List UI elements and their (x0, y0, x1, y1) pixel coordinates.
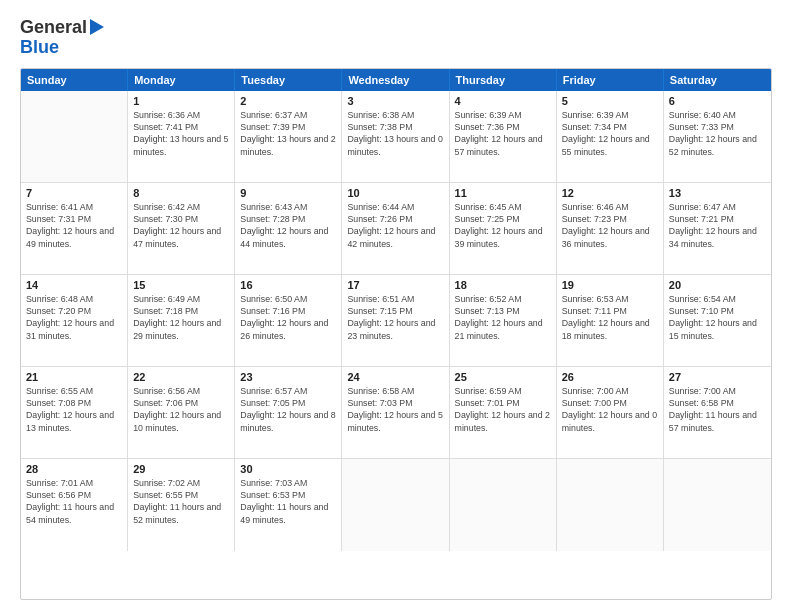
day-number: 27 (669, 371, 766, 383)
day-number: 11 (455, 187, 551, 199)
calendar-cell: 12Sunrise: 6:46 AMSunset: 7:23 PMDayligh… (557, 183, 664, 274)
day-info: Sunrise: 6:54 AMSunset: 7:10 PMDaylight:… (669, 293, 766, 342)
day-number: 17 (347, 279, 443, 291)
logo-general: General (20, 18, 87, 38)
day-info: Sunrise: 6:43 AMSunset: 7:28 PMDaylight:… (240, 201, 336, 250)
calendar-row-1: 1Sunrise: 6:36 AMSunset: 7:41 PMDaylight… (21, 91, 771, 183)
calendar-cell: 1Sunrise: 6:36 AMSunset: 7:41 PMDaylight… (128, 91, 235, 182)
day-number: 21 (26, 371, 122, 383)
day-info: Sunrise: 7:00 AMSunset: 7:00 PMDaylight:… (562, 385, 658, 434)
calendar-cell (557, 459, 664, 551)
day-info: Sunrise: 6:39 AMSunset: 7:36 PMDaylight:… (455, 109, 551, 158)
day-number: 20 (669, 279, 766, 291)
header-day-thursday: Thursday (450, 69, 557, 91)
calendar-row-3: 14Sunrise: 6:48 AMSunset: 7:20 PMDayligh… (21, 275, 771, 367)
calendar-cell (342, 459, 449, 551)
calendar-cell: 27Sunrise: 7:00 AMSunset: 6:58 PMDayligh… (664, 367, 771, 458)
calendar-cell (450, 459, 557, 551)
day-info: Sunrise: 7:03 AMSunset: 6:53 PMDaylight:… (240, 477, 336, 526)
day-number: 7 (26, 187, 122, 199)
day-info: Sunrise: 6:55 AMSunset: 7:08 PMDaylight:… (26, 385, 122, 434)
header-day-sunday: Sunday (21, 69, 128, 91)
day-info: Sunrise: 7:01 AMSunset: 6:56 PMDaylight:… (26, 477, 122, 526)
day-info: Sunrise: 6:58 AMSunset: 7:03 PMDaylight:… (347, 385, 443, 434)
day-number: 10 (347, 187, 443, 199)
day-number: 6 (669, 95, 766, 107)
calendar-cell: 26Sunrise: 7:00 AMSunset: 7:00 PMDayligh… (557, 367, 664, 458)
day-number: 8 (133, 187, 229, 199)
day-info: Sunrise: 6:38 AMSunset: 7:38 PMDaylight:… (347, 109, 443, 158)
calendar-cell: 22Sunrise: 6:56 AMSunset: 7:06 PMDayligh… (128, 367, 235, 458)
header-day-tuesday: Tuesday (235, 69, 342, 91)
day-number: 16 (240, 279, 336, 291)
day-number: 2 (240, 95, 336, 107)
day-number: 24 (347, 371, 443, 383)
calendar-cell: 30Sunrise: 7:03 AMSunset: 6:53 PMDayligh… (235, 459, 342, 551)
day-number: 15 (133, 279, 229, 291)
day-number: 29 (133, 463, 229, 475)
day-number: 18 (455, 279, 551, 291)
calendar-cell: 19Sunrise: 6:53 AMSunset: 7:11 PMDayligh… (557, 275, 664, 366)
calendar-cell: 25Sunrise: 6:59 AMSunset: 7:01 PMDayligh… (450, 367, 557, 458)
day-info: Sunrise: 6:56 AMSunset: 7:06 PMDaylight:… (133, 385, 229, 434)
day-info: Sunrise: 6:36 AMSunset: 7:41 PMDaylight:… (133, 109, 229, 158)
day-info: Sunrise: 6:37 AMSunset: 7:39 PMDaylight:… (240, 109, 336, 158)
day-info: Sunrise: 6:39 AMSunset: 7:34 PMDaylight:… (562, 109, 658, 158)
header-day-monday: Monday (128, 69, 235, 91)
day-number: 25 (455, 371, 551, 383)
day-info: Sunrise: 6:51 AMSunset: 7:15 PMDaylight:… (347, 293, 443, 342)
calendar-header: SundayMondayTuesdayWednesdayThursdayFrid… (21, 69, 771, 91)
day-info: Sunrise: 6:44 AMSunset: 7:26 PMDaylight:… (347, 201, 443, 250)
day-info: Sunrise: 7:00 AMSunset: 6:58 PMDaylight:… (669, 385, 766, 434)
day-info: Sunrise: 6:52 AMSunset: 7:13 PMDaylight:… (455, 293, 551, 342)
day-number: 5 (562, 95, 658, 107)
day-number: 13 (669, 187, 766, 199)
calendar-cell: 24Sunrise: 6:58 AMSunset: 7:03 PMDayligh… (342, 367, 449, 458)
calendar-cell: 9Sunrise: 6:43 AMSunset: 7:28 PMDaylight… (235, 183, 342, 274)
calendar-row-4: 21Sunrise: 6:55 AMSunset: 7:08 PMDayligh… (21, 367, 771, 459)
calendar-cell: 2Sunrise: 6:37 AMSunset: 7:39 PMDaylight… (235, 91, 342, 182)
calendar-cell: 7Sunrise: 6:41 AMSunset: 7:31 PMDaylight… (21, 183, 128, 274)
calendar-cell: 21Sunrise: 6:55 AMSunset: 7:08 PMDayligh… (21, 367, 128, 458)
day-info: Sunrise: 6:42 AMSunset: 7:30 PMDaylight:… (133, 201, 229, 250)
day-info: Sunrise: 6:48 AMSunset: 7:20 PMDaylight:… (26, 293, 122, 342)
calendar-cell: 4Sunrise: 6:39 AMSunset: 7:36 PMDaylight… (450, 91, 557, 182)
calendar-cell: 17Sunrise: 6:51 AMSunset: 7:15 PMDayligh… (342, 275, 449, 366)
day-number: 4 (455, 95, 551, 107)
calendar-cell: 18Sunrise: 6:52 AMSunset: 7:13 PMDayligh… (450, 275, 557, 366)
calendar: SundayMondayTuesdayWednesdayThursdayFrid… (20, 68, 772, 600)
day-number: 28 (26, 463, 122, 475)
day-number: 12 (562, 187, 658, 199)
logo: General Blue (20, 18, 104, 58)
calendar-page: General Blue SundayMondayTuesdayWednesda… (0, 0, 792, 612)
calendar-cell: 6Sunrise: 6:40 AMSunset: 7:33 PMDaylight… (664, 91, 771, 182)
calendar-cell: 23Sunrise: 6:57 AMSunset: 7:05 PMDayligh… (235, 367, 342, 458)
calendar-cell (21, 91, 128, 182)
calendar-cell: 14Sunrise: 6:48 AMSunset: 7:20 PMDayligh… (21, 275, 128, 366)
day-number: 19 (562, 279, 658, 291)
day-number: 30 (240, 463, 336, 475)
day-info: Sunrise: 6:40 AMSunset: 7:33 PMDaylight:… (669, 109, 766, 158)
header-day-saturday: Saturday (664, 69, 771, 91)
header-day-wednesday: Wednesday (342, 69, 449, 91)
day-info: Sunrise: 6:47 AMSunset: 7:21 PMDaylight:… (669, 201, 766, 250)
calendar-cell: 29Sunrise: 7:02 AMSunset: 6:55 PMDayligh… (128, 459, 235, 551)
calendar-body: 1Sunrise: 6:36 AMSunset: 7:41 PMDaylight… (21, 91, 771, 551)
calendar-cell: 20Sunrise: 6:54 AMSunset: 7:10 PMDayligh… (664, 275, 771, 366)
day-number: 26 (562, 371, 658, 383)
day-info: Sunrise: 6:46 AMSunset: 7:23 PMDaylight:… (562, 201, 658, 250)
calendar-cell: 5Sunrise: 6:39 AMSunset: 7:34 PMDaylight… (557, 91, 664, 182)
day-number: 1 (133, 95, 229, 107)
day-info: Sunrise: 6:49 AMSunset: 7:18 PMDaylight:… (133, 293, 229, 342)
day-info: Sunrise: 6:41 AMSunset: 7:31 PMDaylight:… (26, 201, 122, 250)
calendar-cell: 28Sunrise: 7:01 AMSunset: 6:56 PMDayligh… (21, 459, 128, 551)
day-info: Sunrise: 7:02 AMSunset: 6:55 PMDaylight:… (133, 477, 229, 526)
calendar-cell: 3Sunrise: 6:38 AMSunset: 7:38 PMDaylight… (342, 91, 449, 182)
calendar-cell: 16Sunrise: 6:50 AMSunset: 7:16 PMDayligh… (235, 275, 342, 366)
day-number: 22 (133, 371, 229, 383)
day-number: 23 (240, 371, 336, 383)
calendar-row-2: 7Sunrise: 6:41 AMSunset: 7:31 PMDaylight… (21, 183, 771, 275)
day-info: Sunrise: 6:57 AMSunset: 7:05 PMDaylight:… (240, 385, 336, 434)
calendar-cell: 13Sunrise: 6:47 AMSunset: 7:21 PMDayligh… (664, 183, 771, 274)
calendar-cell: 15Sunrise: 6:49 AMSunset: 7:18 PMDayligh… (128, 275, 235, 366)
